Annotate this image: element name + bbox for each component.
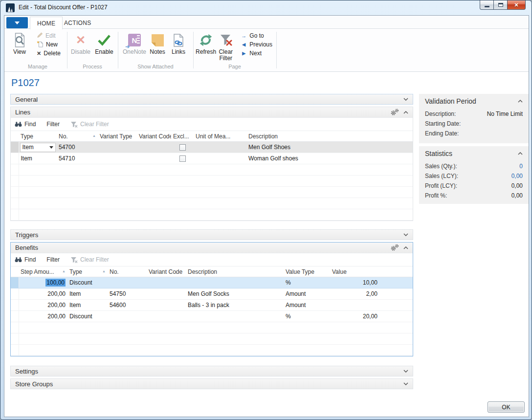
col-variant-code[interactable]: Variant Code — [137, 131, 171, 142]
fasttab-general[interactable]: General — [10, 94, 413, 105]
cell-variant-code[interactable] — [147, 288, 186, 300]
row-selector[interactable] — [11, 288, 19, 300]
col-step-amount[interactable]: Step Amou...▲ — [19, 266, 67, 277]
excl-checkbox[interactable] — [179, 155, 186, 162]
row-selector[interactable] — [11, 142, 19, 153]
col-description[interactable]: Description — [246, 131, 413, 142]
col-variant-type[interactable]: Variant Type — [98, 131, 137, 142]
validation-period-title[interactable]: Validation Period — [425, 97, 523, 105]
gears-icon[interactable] — [390, 109, 399, 116]
cell-type[interactable]: Item — [19, 153, 57, 164]
row-selector[interactable] — [11, 311, 19, 322]
cell-no[interactable]: 54700 — [57, 142, 98, 153]
title-bar[interactable]: Edit - Total Discount Offer - P1027 ✕ — [0, 0, 532, 15]
cell-type[interactable]: Item — [67, 300, 108, 311]
row-selector[interactable] — [11, 153, 19, 164]
col-value[interactable]: Value — [330, 266, 384, 277]
minimize-button[interactable] — [480, 0, 494, 10]
cell-value-type[interactable]: % — [284, 277, 330, 288]
empty-row[interactable] — [11, 322, 413, 333]
col-unit-of-measure[interactable]: Unit of Mea... — [194, 131, 246, 142]
tab-home[interactable]: HOME — [30, 17, 63, 29]
cell-no[interactable]: 54750 — [108, 288, 147, 300]
clear-filter-button[interactable]: ClearFilter — [217, 30, 235, 64]
lines-row-2[interactable]: Item 54710 Woman Golf shoes — [11, 153, 413, 164]
benefits-clear-filter-button[interactable]: Clear Filter — [70, 256, 109, 263]
goto-button[interactable]: → Go to — [239, 31, 274, 40]
cell-excl[interactable] — [171, 142, 194, 153]
refresh-button[interactable]: Refresh — [195, 30, 217, 64]
col-no[interactable]: No.▲ — [57, 131, 98, 142]
enable-button[interactable]: Enable — [92, 30, 116, 64]
col-description[interactable]: Description — [186, 266, 284, 277]
empty-row[interactable] — [11, 345, 413, 356]
cell-no[interactable] — [108, 277, 147, 288]
app-menu-button[interactable] — [6, 17, 28, 28]
close-button[interactable]: ✕ — [507, 0, 526, 10]
cell-variant-code[interactable] — [137, 142, 171, 153]
statistics-title[interactable]: Statistics — [425, 150, 523, 157]
cell-description[interactable]: Men Golf Shoes — [246, 142, 413, 153]
cell-excl[interactable] — [171, 153, 194, 164]
row-selector[interactable] — [11, 277, 19, 288]
fasttab-triggers[interactable]: Triggers — [10, 229, 413, 240]
gears-icon[interactable] — [390, 244, 399, 251]
fasttab-benefits[interactable]: Benefits — [11, 243, 413, 253]
cell-variant-code[interactable] — [137, 153, 171, 164]
cell-step-amount[interactable]: 200,00 — [19, 311, 67, 322]
col-value-type[interactable]: Value Type — [284, 266, 330, 277]
empty-row[interactable] — [11, 333, 413, 345]
fasttab-store-groups[interactable]: Store Groups — [10, 378, 413, 389]
benefits-row-3[interactable]: 200,00 Item 54600 Balls - 3 in pack Amou… — [11, 300, 413, 311]
notes-button[interactable]: Notes — [147, 30, 168, 64]
new-button[interactable]: New — [35, 40, 63, 49]
cell-description[interactable] — [186, 311, 284, 322]
benefits-row-4[interactable]: 200,00 Discount % 20,00 — [11, 311, 413, 322]
row-selector[interactable] — [11, 300, 19, 311]
empty-row[interactable] — [11, 176, 413, 187]
empty-row[interactable] — [11, 187, 413, 198]
sales-qty-link[interactable]: 0 — [519, 161, 523, 171]
cell-value[interactable] — [330, 300, 384, 311]
sales-lcy-link[interactable]: 0,00 — [511, 171, 523, 181]
benefits-filter-button[interactable]: Filter — [46, 256, 60, 263]
onenote-button[interactable]: N ➜ OneNote — [122, 30, 147, 64]
cell-value[interactable]: 10,00 — [330, 277, 384, 288]
type-combobox[interactable]: Item — [20, 143, 56, 152]
next-button[interactable]: ▶ Next — [239, 49, 274, 58]
cell-variant-type[interactable] — [98, 142, 137, 153]
cell-step-amount[interactable]: 100,00 — [19, 277, 67, 288]
cell-variant-code[interactable] — [147, 311, 186, 322]
cell-variant-type[interactable] — [98, 153, 137, 164]
col-no[interactable]: No. — [108, 266, 147, 277]
benefits-row-2[interactable]: 200,00 Item 54750 Men Golf Socks Amount … — [11, 288, 413, 300]
cell-no[interactable] — [108, 311, 147, 322]
cell-value-type[interactable]: % — [284, 311, 330, 322]
links-button[interactable]: Links — [168, 30, 189, 64]
cell-value-type[interactable]: Amount — [284, 300, 330, 311]
lines-filter-button[interactable]: Filter — [46, 121, 60, 128]
cell-description[interactable] — [186, 277, 284, 288]
cell-description[interactable]: Men Golf Socks — [186, 288, 284, 300]
delete-button[interactable]: ✕ Delete — [35, 49, 63, 58]
empty-row[interactable] — [11, 209, 413, 221]
col-type[interactable]: Type▲ — [67, 266, 108, 277]
cell-value[interactable]: 20,00 — [330, 311, 384, 322]
cell-type[interactable]: Item — [67, 288, 108, 300]
cell-variant-code[interactable] — [147, 300, 186, 311]
benefits-row-1[interactable]: 100,00 Discount % 10,00 — [11, 277, 413, 288]
col-variant-code[interactable]: Variant Code — [147, 266, 186, 277]
lines-clear-filter-button[interactable]: Clear Filter — [70, 121, 109, 128]
cell-type[interactable]: Discount — [67, 311, 108, 322]
lines-find-button[interactable]: Find — [15, 121, 36, 128]
col-excl[interactable]: Excl... — [171, 131, 194, 142]
tab-actions[interactable]: ACTIONS — [57, 17, 98, 29]
cell-type[interactable]: Discount — [67, 277, 108, 288]
cell-unit-of-measure[interactable] — [194, 142, 246, 153]
col-type[interactable]: Type — [19, 131, 57, 142]
empty-row[interactable] — [11, 198, 413, 209]
ok-button[interactable]: OK — [488, 401, 525, 413]
previous-button[interactable]: ◀ Previous — [239, 40, 274, 49]
maximize-button[interactable] — [494, 0, 507, 10]
cell-description[interactable]: Woman Golf shoes — [246, 153, 413, 164]
